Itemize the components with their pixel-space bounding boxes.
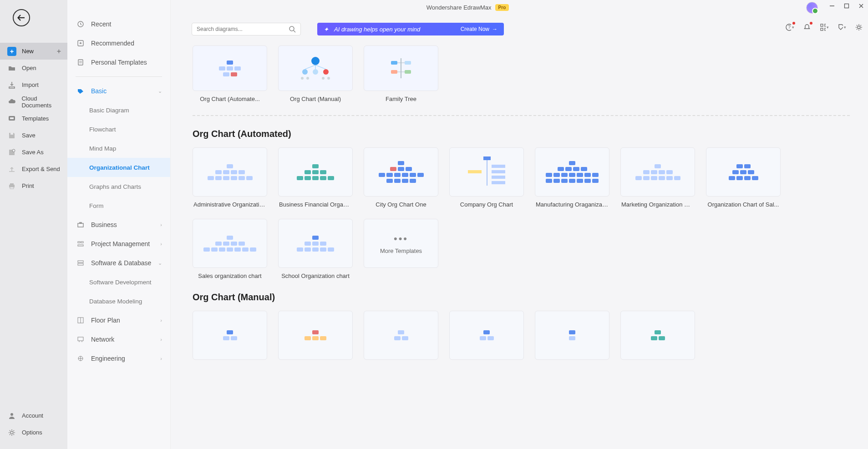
- rail-new[interactable]: + New +: [0, 43, 67, 60]
- search-input[interactable]: [197, 26, 289, 32]
- arrow-left-icon: [16, 13, 26, 23]
- template-card[interactable]: Administrative Organizatio...: [193, 147, 267, 208]
- svg-rect-56: [405, 61, 411, 65]
- template-grid: Administrative Organizatio... Business F…: [193, 147, 850, 279]
- svg-line-12: [294, 30, 295, 32]
- svg-rect-34: [78, 263, 83, 265]
- template-grid: [193, 311, 850, 360]
- import-icon: [7, 81, 16, 90]
- cat-form[interactable]: Form: [67, 196, 170, 215]
- cat-network[interactable]: Network›: [67, 330, 170, 349]
- back-button[interactable]: [13, 9, 30, 26]
- template-card[interactable]: Organization Chart of Sal...: [706, 147, 781, 208]
- template-card[interactable]: [620, 311, 695, 360]
- cat-flowchart[interactable]: Flowchart: [67, 120, 170, 139]
- template-card[interactable]: [449, 311, 524, 360]
- blank-template-row: Org Chart (Automate... Org Chart (Manual…: [193, 45, 850, 102]
- template-thumb: [193, 45, 267, 91]
- template-card[interactable]: Business Financial Organiz...: [278, 147, 353, 208]
- template-thumb: [449, 311, 524, 360]
- svg-rect-29: [80, 222, 81, 223]
- ai-banner[interactable]: ✦ AI drawing helps open your mind Create…: [317, 23, 504, 35]
- add-icon[interactable]: +: [57, 47, 61, 55]
- cat-basic-diagram[interactable]: Basic Diagram: [67, 101, 170, 120]
- left-rail: + New + Open Import Cloud Documents Temp…: [0, 0, 67, 449]
- db-icon: [76, 259, 85, 267]
- template-card[interactable]: Org Chart (Manual): [278, 45, 353, 102]
- template-card[interactable]: Family Tree: [364, 45, 438, 102]
- rail-cloud[interactable]: Cloud Documents: [0, 93, 67, 110]
- cat-software-db[interactable]: Software & Database⌄: [67, 253, 170, 272]
- cat-org-chart[interactable]: Organizational Chart: [67, 158, 170, 177]
- svg-point-11: [289, 26, 294, 31]
- template-card[interactable]: Manufacturing Oraganizati...: [535, 147, 609, 208]
- chevron-right-icon: ›: [160, 318, 162, 323]
- cat-software-dev[interactable]: Software Development: [67, 272, 170, 292]
- rail-open[interactable]: Open: [0, 60, 67, 76]
- svg-rect-31: [81, 242, 83, 243]
- title-bar: Wondershare EdrawMax Pro: [67, 0, 868, 15]
- svg-point-43: [311, 57, 320, 65]
- svg-rect-66: [492, 170, 505, 173]
- save-icon: [7, 131, 16, 140]
- template-card[interactable]: City Org Chart One: [364, 147, 438, 208]
- cat-recommended[interactable]: Recommended: [67, 34, 170, 53]
- cat-graphs[interactable]: Graphs and Charts: [67, 177, 170, 196]
- cat-label: Project Management: [91, 240, 150, 247]
- template-thumb: [278, 311, 353, 360]
- rail-import[interactable]: Import: [0, 76, 67, 93]
- cat-floor-plan[interactable]: Floor Plan›: [67, 311, 170, 330]
- cat-label: Personal Templates: [91, 59, 147, 66]
- template-card[interactable]: [364, 311, 438, 360]
- star-icon: [76, 39, 85, 47]
- rail-print[interactable]: Print: [0, 177, 67, 194]
- template-card[interactable]: Marketing Organization Ch...: [620, 147, 695, 208]
- template-card[interactable]: Sales organization chart: [193, 219, 267, 279]
- template-card[interactable]: School Organization chart: [278, 219, 353, 279]
- cat-pm[interactable]: Project Management›: [67, 234, 170, 253]
- rail-save[interactable]: Save: [0, 127, 67, 144]
- cat-recent[interactable]: Recent: [67, 15, 170, 34]
- rail-label: Print: [22, 182, 34, 189]
- search-box[interactable]: [192, 23, 301, 35]
- rail-label: Account: [22, 412, 43, 419]
- template-thumb: [193, 147, 267, 197]
- more-templates-card[interactable]: •••More Templates: [364, 219, 438, 279]
- create-now-button[interactable]: Create Now →: [461, 26, 497, 32]
- cat-basic[interactable]: Basic⌄: [67, 81, 170, 101]
- svg-rect-16: [10, 133, 13, 135]
- cat-label: Floor Plan: [91, 317, 120, 324]
- svg-rect-32: [78, 245, 83, 246]
- template-card[interactable]: [535, 311, 609, 360]
- rail-options[interactable]: Options: [0, 424, 67, 441]
- template-card[interactable]: Org Chart (Automate...: [193, 45, 267, 102]
- template-thumb: [193, 219, 267, 268]
- chevron-right-icon: ›: [160, 356, 162, 361]
- svg-rect-25: [78, 60, 83, 65]
- rail-templates[interactable]: Templates: [0, 110, 67, 127]
- cat-db-modeling[interactable]: Database Modeling: [67, 292, 170, 311]
- template-label: Family Tree: [386, 96, 416, 102]
- rail-save-as[interactable]: Save As: [0, 144, 67, 161]
- template-card[interactable]: [278, 311, 353, 360]
- template-card[interactable]: [193, 311, 267, 360]
- folder-icon: [7, 64, 16, 73]
- search-icon[interactable]: [289, 25, 296, 33]
- cat-mindmap[interactable]: Mind Map: [67, 139, 170, 158]
- template-thumb: [278, 45, 353, 91]
- cat-personal[interactable]: Personal Templates: [67, 53, 170, 72]
- template-label: Organization Chart of Sal...: [708, 201, 779, 208]
- svg-point-44: [302, 69, 308, 75]
- svg-rect-67: [492, 176, 505, 179]
- cat-business[interactable]: Business›: [67, 215, 170, 234]
- section-title: Org Chart (Automated): [193, 129, 850, 139]
- cat-label: Network: [91, 336, 114, 343]
- rail-export[interactable]: Export & Send: [0, 161, 67, 177]
- template-card[interactable]: Company Org Chart: [449, 147, 524, 208]
- eng-icon: [76, 354, 85, 363]
- svg-point-22: [10, 431, 13, 434]
- cat-engineering[interactable]: Engineering›: [67, 349, 170, 368]
- template-thumb: •••More Templates: [364, 219, 438, 268]
- rail-account[interactable]: Account: [0, 407, 67, 424]
- print-icon: [7, 182, 16, 191]
